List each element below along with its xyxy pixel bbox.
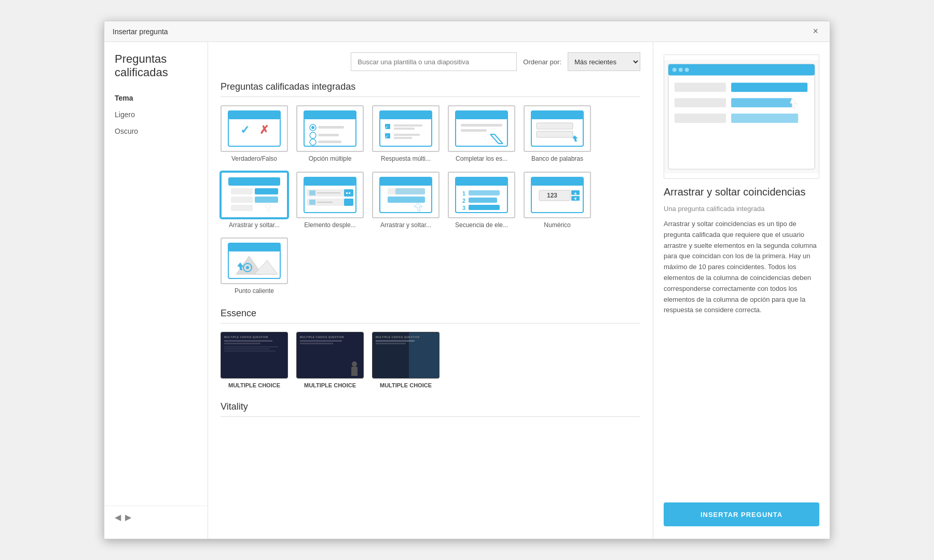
svg-rect-40 [231,197,253,203]
card-true-false[interactable]: ✓ ✗ Verdadero/Falso [221,105,288,163]
card-label-essence-mc-2: MULTIPLE CHOICE [304,382,356,389]
card-word-bank[interactable]: Banco de palabras [524,105,591,163]
multiple-choice-icon [301,108,359,149]
svg-rect-93 [675,98,726,107]
fill-blank-icon [453,108,510,149]
svg-rect-52 [309,190,315,195]
svg-rect-14 [380,111,432,119]
card-thumb-multi-response: ✓ ✓ [372,105,439,152]
svg-rect-18 [394,128,415,130]
card-fill-blank[interactable]: Completar los es... [448,105,515,163]
card-multiple-choice[interactable]: Opción múltiple [296,105,364,163]
svg-text:▲: ▲ [573,191,578,195]
sort-select[interactable]: Más recientes Más antiguos Nombre A-Z No… [568,52,640,71]
card-label-drag-drop-match: Arrastrar y soltar... [229,221,280,230]
close-button[interactable]: × [809,25,821,38]
svg-rect-24 [456,111,507,119]
card-drag-drop-match[interactable]: Arrastrar y soltar... [221,172,288,230]
svg-rect-65 [469,190,500,195]
top-bar: Ordenar por: Más recientes Más antiguos … [221,52,640,71]
card-hotspot2[interactable]: Punto caliente [221,237,288,296]
svg-rect-38 [231,188,253,194]
card-drag-drop-order[interactable]: Arrastrar y soltar... [372,172,439,230]
svg-point-7 [311,126,314,129]
svg-rect-45 [304,177,356,186]
svg-text:123: 123 [547,192,557,199]
section-title-built-in: Preguntas calificadas integradas [221,81,640,97]
card-label-drag-drop-order: Arrastrar y soltar... [380,221,431,230]
section-title-vitality: Vitality [221,401,640,417]
svg-rect-39 [255,188,278,194]
svg-rect-96 [675,114,726,123]
card-label-fill-blank: Completar los es... [456,155,507,163]
true-false-icon: ✓ ✗ [226,108,283,149]
svg-rect-32 [531,111,583,119]
svg-rect-41 [255,197,278,203]
card-thumb-multiple-choice [296,105,364,152]
prev-icon[interactable]: ◀ [115,512,121,522]
card-thumb-word-bank [524,105,591,152]
card-thumb-essence-mc-3: MULTIPLE CHOICE QUESTION [372,332,439,379]
hotspot-icon [226,241,283,281]
svg-rect-91 [675,82,726,92]
svg-rect-57 [380,177,432,186]
svg-rect-59 [395,188,425,194]
dropdown-icon [301,175,359,215]
section-built-in: Preguntas calificadas integradas ✓ ✗ [221,81,640,296]
title-bar: Insertar pregunta × [104,21,830,42]
card-thumb-fill-blank [448,105,515,152]
window-title: Insertar pregunta [113,27,168,36]
svg-rect-22 [394,137,412,139]
svg-rect-79 [228,243,280,251]
card-thumb-essence-mc-1: MULTIPLE CHOICE QUESTION [221,332,288,379]
svg-rect-48 [346,192,348,194]
card-label-essence-mc-1: MULTIPLE CHOICE [228,382,280,389]
sidebar: Preguntas calificadas Tema Ligero Oscuro… [104,42,208,539]
card-sequence[interactable]: 1 2 3 Secuencia de ele... [448,172,515,230]
card-label-hotspot2: Punto caliente [235,287,274,296]
svg-rect-5 [304,111,356,119]
svg-rect-87 [668,64,815,76]
sidebar-item-tema[interactable]: Tema [104,90,208,106]
next-icon[interactable]: ▶ [125,512,131,522]
svg-point-88 [672,68,677,72]
card-label-word-bank: Banco de palabras [531,155,583,163]
card-hotspot[interactable]: Elemento desple... [296,172,364,230]
right-panel: Arrastrar y soltar coincidencias Una pre… [653,42,830,539]
section-title-essence: Essence [221,308,640,324]
card-essence-mc-3[interactable]: MULTIPLE CHOICE QUESTION MULTIPLE CHOICE [372,332,439,389]
card-essence-mc-2[interactable]: MULTIPLE CHOICE QUESTION MULTIPLE CHO [296,332,364,389]
sidebar-nav: Tema Ligero Oscuro [104,90,208,139]
svg-rect-1 [228,111,280,119]
svg-rect-67 [469,198,497,203]
main-layout: Preguntas calificadas Tema Ligero Oscuro… [104,42,830,539]
sidebar-footer: ◀ ▶ [104,506,208,528]
svg-rect-92 [731,82,807,92]
svg-text:✗: ✗ [259,123,269,136]
search-input[interactable] [351,52,517,71]
svg-rect-34 [537,131,573,137]
content-area: Ordenar por: Más recientes Más antiguos … [208,42,653,539]
svg-rect-8 [318,126,344,129]
cards-grid-built-in: ✓ ✗ Verdadero/Falso [221,105,640,296]
sidebar-item-ligero[interactable]: Ligero [104,106,208,123]
svg-text:✓: ✓ [240,123,250,136]
card-thumb-hotspot [296,172,364,218]
card-essence-mc-1[interactable]: MULTIPLE CHOICE QUESTION MULTIPLE CHOICE [221,332,288,389]
right-panel-subtitle: Una pregunta calificada integrada [664,205,819,213]
preview-image [664,54,819,179]
svg-rect-25 [461,124,502,127]
card-numeric[interactable]: 123 ▲ ▼ Numérico [524,172,591,230]
sidebar-item-oscuro[interactable]: Oscuro [104,123,208,139]
numeric-icon: 123 ▲ ▼ [529,175,586,215]
card-multi-response[interactable]: ✓ ✓ Respuesta múlti... [372,105,439,163]
preview-svg [664,55,819,178]
svg-rect-51 [344,199,353,206]
drag-drop-match-icon [226,175,283,215]
svg-text:✓: ✓ [384,134,389,139]
svg-rect-63 [456,177,507,186]
sequence-icon: 1 2 3 [453,175,510,215]
svg-rect-26 [461,129,487,132]
svg-rect-17 [394,124,422,127]
insert-question-button[interactable]: INSERTAR PREGUNTA [664,502,819,526]
